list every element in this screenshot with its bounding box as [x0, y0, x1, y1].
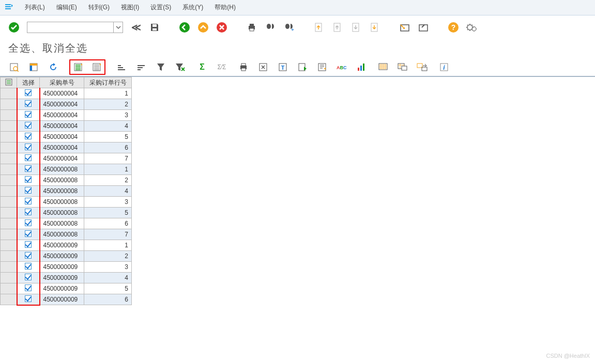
sort-desc-icon[interactable] [135, 61, 147, 73]
select-cell[interactable] [17, 273, 40, 283]
menu-settings[interactable]: 设置(S) [150, 3, 171, 12]
checkbox-icon[interactable] [25, 295, 32, 302]
details-icon[interactable] [8, 61, 20, 73]
select-cell[interactable] [17, 186, 40, 197]
save-icon[interactable] [149, 22, 160, 33]
choose-layout-icon[interactable] [377, 61, 389, 73]
checkbox-icon[interactable] [25, 122, 32, 129]
row-header[interactable] [1, 283, 17, 294]
table-row[interactable]: 45000000094 [1, 273, 132, 283]
table-row[interactable]: 45000000042 [1, 99, 132, 110]
select-cell[interactable] [17, 251, 40, 262]
find-icon[interactable] [265, 22, 276, 33]
select-cell[interactable] [17, 197, 40, 208]
app-menu-icon[interactable] [4, 2, 13, 13]
deselect-all-icon[interactable] [91, 61, 102, 73]
row-header[interactable] [1, 153, 17, 164]
table-row[interactable]: 45000000092 [1, 251, 132, 262]
last-page-icon[interactable] [369, 22, 380, 33]
subtotal-icon[interactable]: Σ⁄Σ [216, 61, 227, 73]
row-header[interactable] [1, 197, 17, 208]
row-header[interactable] [1, 99, 17, 110]
customize-icon[interactable] [466, 22, 478, 33]
checkbox-icon[interactable] [25, 219, 32, 226]
select-cell[interactable] [17, 218, 40, 229]
row-header[interactable] [1, 251, 17, 262]
table-row[interactable]: 45000000087 [1, 229, 132, 240]
menu-goto[interactable]: 转到(G) [88, 3, 110, 12]
row-header[interactable] [1, 164, 17, 175]
select-cell[interactable] [17, 175, 40, 186]
export-mail-icon[interactable] [316, 61, 328, 73]
info-icon[interactable]: i [438, 61, 450, 73]
grid-corner-icon[interactable] [1, 77, 17, 88]
select-cell[interactable] [17, 283, 40, 294]
checkbox-icon[interactable] [25, 252, 32, 259]
select-cell[interactable] [17, 110, 40, 121]
checkbox-icon[interactable] [25, 111, 32, 118]
checkbox-icon[interactable] [25, 165, 32, 172]
table-row[interactable]: 45000000086 [1, 218, 132, 229]
abc-icon[interactable]: ABC [336, 61, 347, 73]
graphic-icon[interactable] [356, 61, 367, 73]
prev-page-icon[interactable] [332, 22, 343, 33]
export-word-icon[interactable]: T [277, 61, 288, 73]
checkbox-icon[interactable] [25, 187, 32, 194]
checkbox-icon[interactable] [25, 209, 32, 215]
checkbox-icon[interactable] [25, 274, 32, 280]
checkbox-icon[interactable] [25, 89, 32, 96]
back-icon[interactable]: ≪ [130, 22, 142, 33]
table-row[interactable]: 45000000082 [1, 175, 132, 186]
menu-list[interactable]: 列表(L) [25, 3, 45, 12]
table-row[interactable]: 45000000043 [1, 110, 132, 121]
col-line-header[interactable]: 采购订单行号 [84, 77, 132, 88]
command-field[interactable] [27, 22, 123, 33]
row-header[interactable] [1, 186, 17, 197]
checkbox-icon[interactable] [25, 176, 32, 183]
select-cell[interactable] [17, 164, 40, 175]
change-layout-icon[interactable] [397, 61, 408, 73]
select-cell[interactable] [17, 143, 40, 153]
table-row[interactable]: 45000000085 [1, 208, 132, 218]
select-cell[interactable] [17, 229, 40, 240]
new-session-icon[interactable] [399, 22, 410, 33]
select-cell[interactable] [17, 132, 40, 143]
first-page-icon[interactable] [313, 22, 325, 33]
select-all-icon[interactable] [72, 61, 84, 73]
row-header[interactable] [1, 208, 17, 218]
checkbox-icon[interactable] [25, 263, 32, 270]
help-icon[interactable]: ? [448, 22, 459, 33]
select-cell[interactable] [17, 121, 40, 132]
menu-help[interactable]: 帮助(H) [215, 3, 236, 12]
checkbox-icon[interactable] [25, 100, 32, 107]
row-header[interactable] [1, 229, 17, 240]
row-header[interactable] [1, 132, 17, 143]
chevron-down-icon[interactable] [114, 22, 123, 33]
row-header[interactable] [1, 240, 17, 251]
table-row[interactable]: 45000000047 [1, 153, 132, 164]
row-header[interactable] [1, 294, 17, 305]
select-cell[interactable] [17, 208, 40, 218]
exit-icon[interactable] [179, 22, 190, 33]
table-row[interactable]: 45000000041 [1, 88, 132, 99]
select-cell[interactable] [17, 153, 40, 164]
col-select-header[interactable]: 选择 [17, 77, 40, 88]
generate-shortcut-icon[interactable] [418, 22, 429, 33]
checkbox-icon[interactable] [25, 144, 32, 150]
table-row[interactable]: 45000000093 [1, 262, 132, 273]
print-icon[interactable] [246, 22, 257, 33]
export-local-icon[interactable] [297, 61, 308, 73]
filter-icon[interactable] [155, 61, 166, 73]
select-cell[interactable] [17, 240, 40, 251]
menu-view[interactable]: 视图(I) [121, 3, 139, 12]
table-row[interactable]: 45000000091 [1, 240, 132, 251]
select-cell[interactable] [17, 99, 40, 110]
save-layout-icon[interactable] [417, 61, 428, 73]
table-row[interactable]: 45000000045 [1, 132, 132, 143]
sort-asc-icon[interactable] [116, 61, 127, 73]
command-input[interactable] [27, 22, 114, 33]
cancel-icon[interactable] [216, 22, 227, 33]
row-header[interactable] [1, 121, 17, 132]
table-row[interactable]: 45000000083 [1, 197, 132, 208]
clear-filter-icon[interactable] [175, 61, 186, 73]
